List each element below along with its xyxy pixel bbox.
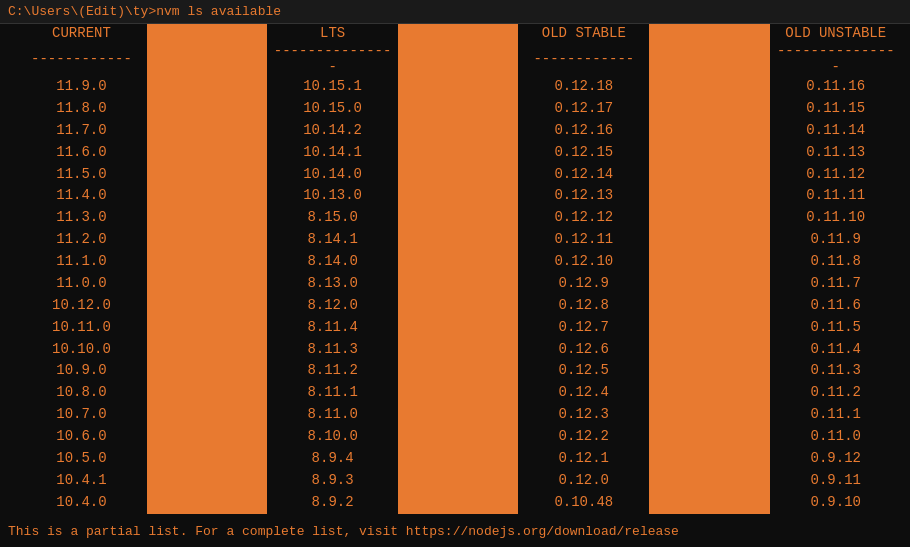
col-divider-row13-1 bbox=[147, 360, 267, 382]
table-row: 10.6.08.10.00.12.20.11.0 bbox=[16, 426, 902, 448]
table-cell: 0.11.10 bbox=[770, 207, 902, 229]
table-cell: 10.11.0 bbox=[16, 317, 147, 339]
col-divider-row0-3 bbox=[649, 76, 769, 98]
col-divider-row6-2 bbox=[398, 207, 518, 229]
table-cell: 0.11.1 bbox=[770, 404, 902, 426]
table-row: 10.8.08.11.10.12.40.11.2 bbox=[16, 382, 902, 404]
header-old-stable: OLD STABLE bbox=[518, 24, 649, 42]
terminal-window: C:\Users\(Edit)\ty>nvm ls available CURR… bbox=[0, 0, 910, 547]
table-cell: 0.12.11 bbox=[518, 229, 649, 251]
col-divider-row2-1 bbox=[147, 120, 267, 142]
col-divider-row2-2 bbox=[398, 120, 518, 142]
col-divider-row3-2 bbox=[398, 142, 518, 164]
col-divider-row13-2 bbox=[398, 360, 518, 382]
table-cell: 8.10.0 bbox=[267, 426, 398, 448]
col-divider-row3-1 bbox=[147, 142, 267, 164]
col-divider-row3-3 bbox=[649, 142, 769, 164]
table-cell: 0.11.4 bbox=[770, 339, 902, 361]
table-cell: 8.14.1 bbox=[267, 229, 398, 251]
table-row: 11.0.08.13.00.12.90.11.7 bbox=[16, 273, 902, 295]
table-cell: 0.11.0 bbox=[770, 426, 902, 448]
col-divider-row12-1 bbox=[147, 339, 267, 361]
table-cell: 0.12.13 bbox=[518, 185, 649, 207]
table-cell: 8.9.2 bbox=[267, 492, 398, 514]
table-cell: 0.12.12 bbox=[518, 207, 649, 229]
col-divider-row7-3 bbox=[649, 229, 769, 251]
col-divider-row14-2 bbox=[398, 382, 518, 404]
table-cell: 11.1.0 bbox=[16, 251, 147, 273]
col-divider-row12-2 bbox=[398, 339, 518, 361]
table-cell: 8.11.1 bbox=[267, 382, 398, 404]
table-row: 10.11.08.11.40.12.70.11.5 bbox=[16, 317, 902, 339]
table-cell: 0.12.2 bbox=[518, 426, 649, 448]
col-divider-row7-1 bbox=[147, 229, 267, 251]
table-cell: 0.11.3 bbox=[770, 360, 902, 382]
table-cell: 0.12.0 bbox=[518, 470, 649, 492]
table-cell: 0.11.16 bbox=[770, 76, 902, 98]
table-cell: 11.3.0 bbox=[16, 207, 147, 229]
table-cell: 0.12.18 bbox=[518, 76, 649, 98]
table-row: 11.9.010.15.10.12.180.11.16 bbox=[16, 76, 902, 98]
table-row: 10.5.08.9.40.12.10.9.12 bbox=[16, 448, 902, 470]
table-body: 11.9.010.15.10.12.180.11.1611.8.010.15.0… bbox=[16, 76, 902, 514]
table-cell: 8.9.3 bbox=[267, 470, 398, 492]
col-divider-row8-1 bbox=[147, 251, 267, 273]
col-divider-row16-1 bbox=[147, 426, 267, 448]
table-cell: 0.11.7 bbox=[770, 273, 902, 295]
table-cell: 11.6.0 bbox=[16, 142, 147, 164]
table-cell: 10.12.0 bbox=[16, 295, 147, 317]
divider-3: ------------ bbox=[518, 42, 649, 76]
col-divider-3 bbox=[649, 24, 769, 42]
col-divider-row5-1 bbox=[147, 185, 267, 207]
col-divider-1b bbox=[147, 42, 267, 76]
table-cell: 11.5.0 bbox=[16, 164, 147, 186]
col-divider-row11-3 bbox=[649, 317, 769, 339]
table-cell: 10.15.1 bbox=[267, 76, 398, 98]
table-cell: 10.8.0 bbox=[16, 382, 147, 404]
col-divider-row6-3 bbox=[649, 207, 769, 229]
table-cell: 0.12.17 bbox=[518, 98, 649, 120]
table-cell: 0.12.16 bbox=[518, 120, 649, 142]
table-cell: 0.12.6 bbox=[518, 339, 649, 361]
table-cell: 0.11.12 bbox=[770, 164, 902, 186]
col-divider-row18-2 bbox=[398, 470, 518, 492]
table-cell: 0.11.8 bbox=[770, 251, 902, 273]
col-divider-row5-2 bbox=[398, 185, 518, 207]
divider-4: --------------- bbox=[770, 42, 902, 76]
table-cell: 0.9.10 bbox=[770, 492, 902, 514]
col-divider-row18-3 bbox=[649, 470, 769, 492]
table-cell: 11.8.0 bbox=[16, 98, 147, 120]
divider-1: ------------ bbox=[16, 42, 147, 76]
col-divider-row11-1 bbox=[147, 317, 267, 339]
table-cell: 0.12.3 bbox=[518, 404, 649, 426]
table-cell: 10.4.1 bbox=[16, 470, 147, 492]
col-divider-row18-1 bbox=[147, 470, 267, 492]
table-cell: 11.7.0 bbox=[16, 120, 147, 142]
table-cell: 8.11.4 bbox=[267, 317, 398, 339]
table-cell: 11.0.0 bbox=[16, 273, 147, 295]
col-divider-row10-3 bbox=[649, 295, 769, 317]
table-cell: 10.14.1 bbox=[267, 142, 398, 164]
table-cell: 0.12.8 bbox=[518, 295, 649, 317]
table-cell: 8.14.0 bbox=[267, 251, 398, 273]
col-divider-row6-1 bbox=[147, 207, 267, 229]
table-cell: 10.9.0 bbox=[16, 360, 147, 382]
col-divider-row8-3 bbox=[649, 251, 769, 273]
table-cell: 0.11.2 bbox=[770, 382, 902, 404]
table-cell: 8.11.3 bbox=[267, 339, 398, 361]
table-cell: 8.15.0 bbox=[267, 207, 398, 229]
divider-2: --------------- bbox=[267, 42, 398, 76]
table-cell: 10.7.0 bbox=[16, 404, 147, 426]
table-cell: 10.14.2 bbox=[267, 120, 398, 142]
title-bar: C:\Users\(Edit)\ty>nvm ls available bbox=[0, 0, 910, 24]
table-cell: 8.12.0 bbox=[267, 295, 398, 317]
col-divider-row17-3 bbox=[649, 448, 769, 470]
table-cell: 8.9.4 bbox=[267, 448, 398, 470]
divider-row: ------------ --------------- -----------… bbox=[16, 42, 902, 76]
table-cell: 0.12.4 bbox=[518, 382, 649, 404]
table-cell: 10.4.0 bbox=[16, 492, 147, 514]
table-row: 10.10.08.11.30.12.60.11.4 bbox=[16, 339, 902, 361]
table-cell: 11.2.0 bbox=[16, 229, 147, 251]
header-old-unstable: OLD UNSTABLE bbox=[770, 24, 902, 42]
table-cell: 10.13.0 bbox=[267, 185, 398, 207]
